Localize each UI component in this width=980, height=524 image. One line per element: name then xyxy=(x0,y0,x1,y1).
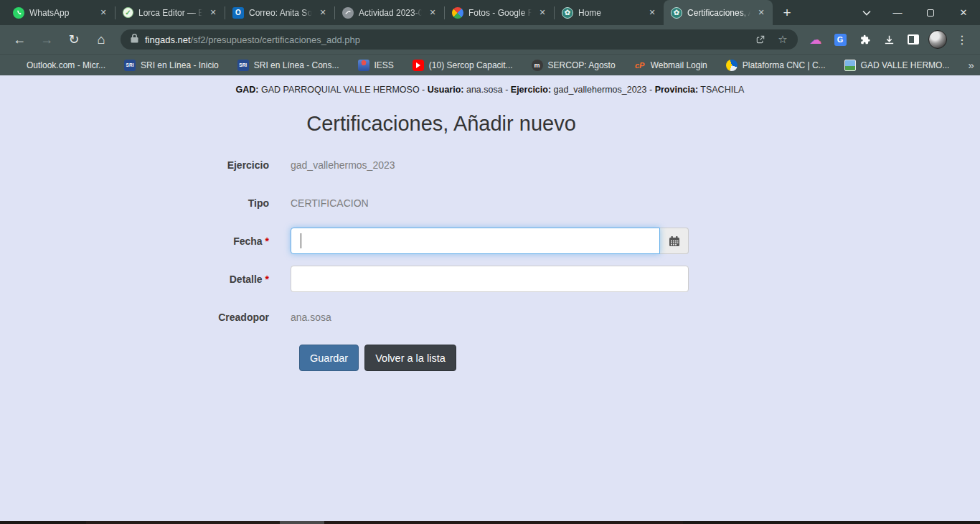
tab-whatsapp[interactable]: WhatsApp ✕ xyxy=(6,0,115,25)
tab-title: Actividad 2023-0 xyxy=(359,8,422,18)
fecha-label: Fecha * xyxy=(194,235,269,247)
page-content: GAD: GAD PARROQUIAL VALLE HERMOSO - Usua… xyxy=(0,75,980,521)
url-text: fingads.net/sf2/presupuesto/certificacio… xyxy=(145,33,360,46)
tab-title: Fotos - Google F xyxy=(468,8,532,18)
close-tab-icon[interactable]: ✕ xyxy=(427,7,438,19)
close-tab-icon[interactable]: ✕ xyxy=(317,7,329,19)
bookmark-iess[interactable]: IESS xyxy=(358,60,394,71)
maximize-button[interactable] xyxy=(914,0,947,25)
extensions-puzzle-icon[interactable] xyxy=(854,29,875,50)
url-path: /sf2/presupuesto/certificaciones_add.php xyxy=(191,34,360,45)
tab-title: Correo: Anita Sos xyxy=(249,8,312,18)
bookmark-sri-consultas[interactable]: SRI SRI en Línea - Cons... xyxy=(237,60,339,71)
form-row-fecha: Fecha * xyxy=(194,228,689,254)
site-context-header: GAD: GAD PARROQUIAL VALLE HERMOSO - Usua… xyxy=(0,85,980,95)
form-row-detalle: Detalle * xyxy=(194,266,689,292)
back-icon[interactable]: ← xyxy=(7,27,32,52)
tab-title: WhatsApp xyxy=(29,8,93,18)
bookmark-gad-valle-hermoso[interactable]: GAD VALLE HERMO... xyxy=(844,60,950,71)
bookmark-webmail[interactable]: cP Webmail Login xyxy=(634,60,707,71)
profile-avatar[interactable] xyxy=(927,29,948,50)
tipo-value: CERTIFICACION xyxy=(291,197,689,209)
bookmarks-bar: Outlook.com - Micr... SRI SRI en Línea -… xyxy=(0,54,980,75)
page-title: Certificaciones, Añadir nuevo xyxy=(194,112,689,136)
required-asterisk: * xyxy=(265,235,269,247)
lorca-check-icon: ✓ xyxy=(123,7,133,18)
bookmark-sercop-youtube[interactable]: (10) Sercop Capacit... xyxy=(413,60,513,71)
forward-icon[interactable]: → xyxy=(34,27,59,52)
home-icon[interactable]: ⌂ xyxy=(89,27,113,52)
guardar-button[interactable]: Guardar xyxy=(299,345,359,371)
downloads-icon[interactable] xyxy=(878,29,900,50)
close-tab-icon[interactable]: ✕ xyxy=(537,7,548,19)
bookmark-outlook[interactable]: Outlook.com - Micr... xyxy=(10,60,105,71)
volver-a-la-lista-button[interactable]: Volver a la lista xyxy=(364,345,456,371)
text-caret xyxy=(301,233,301,248)
url-domain: fingads.net xyxy=(145,34,191,45)
sri-icon: SRI xyxy=(124,60,136,71)
youtube-icon xyxy=(413,60,424,71)
fingads-logo-icon: ✿ xyxy=(562,7,573,19)
bookmark-plataforma-cnc[interactable]: Plataforma CNC | C... xyxy=(726,60,826,71)
sercop-m-icon: m xyxy=(532,60,543,71)
form-row-ejercicio: Ejercicio gad_vallehermos_2023 xyxy=(194,151,689,178)
tab-actividad[interactable]: Actividad 2023-0 ✕ xyxy=(335,0,444,25)
tab-home[interactable]: ✿ Home ✕ xyxy=(555,0,664,25)
fingads-logo-icon: ✿ xyxy=(671,7,682,19)
outlook-icon: O xyxy=(232,7,244,19)
translate-extension-icon[interactable]: G xyxy=(829,29,851,50)
bookmarks-overflow-icon[interactable]: » xyxy=(968,59,974,71)
new-tab-button[interactable]: + xyxy=(777,3,797,23)
browser-tab-strip: WhatsApp ✕ ✓ Lorca Editor — El ✕ O Corre… xyxy=(0,0,980,25)
sri-icon: SRI xyxy=(237,60,249,71)
fecha-input[interactable] xyxy=(291,228,660,254)
gad-emblem-icon xyxy=(844,60,856,71)
tipo-label: Tipo xyxy=(194,197,269,209)
share-icon[interactable] xyxy=(753,32,768,47)
window-close-button[interactable]: ✕ xyxy=(947,0,980,25)
detalle-input[interactable] xyxy=(291,266,689,292)
maximize-icon xyxy=(927,9,934,17)
side-panel-icon[interactable] xyxy=(903,29,924,50)
detalle-label: Detalle * xyxy=(194,273,269,285)
whatsapp-icon xyxy=(13,7,24,19)
address-bar[interactable]: fingads.net/sf2/presupuesto/certificacio… xyxy=(121,29,798,50)
calendar-icon xyxy=(669,235,680,247)
lock-icon xyxy=(131,33,138,46)
certification-form: Ejercicio gad_vallehermos_2023 Tipo CERT… xyxy=(194,151,689,371)
tab-title: Lorca Editor — El xyxy=(138,8,202,18)
bookmark-sri-inicio[interactable]: SRI SRI en Línea - Inicio xyxy=(124,60,219,71)
form-actions: Guardar Volver a la lista xyxy=(299,345,689,371)
iess-icon xyxy=(358,60,369,71)
tab-search-chevron-icon[interactable] xyxy=(852,0,881,25)
ejercicio-value: gad_vallehermos_2023 xyxy=(291,159,689,171)
calendar-button[interactable] xyxy=(660,228,689,254)
tab-lorca-editor[interactable]: ✓ Lorca Editor — El ✕ xyxy=(116,0,225,25)
tab-correo[interactable]: O Correo: Anita Sos ✕ xyxy=(225,0,334,25)
tab-title: Home xyxy=(578,8,641,18)
close-tab-icon[interactable]: ✕ xyxy=(646,7,658,19)
form-row-tipo: Tipo CERTIFICACION xyxy=(194,190,689,216)
required-asterisk: * xyxy=(265,273,269,285)
ejercicio-label: Ejercicio xyxy=(194,159,269,171)
google-photos-icon xyxy=(452,7,463,19)
reload-icon[interactable]: ↻ xyxy=(62,27,86,52)
tab-fotos[interactable]: Fotos - Google F ✕ xyxy=(445,0,554,25)
theme-cloud-extension-icon[interactable]: ☁ xyxy=(805,29,826,50)
creadopor-label: Creadopor xyxy=(194,312,269,323)
minimize-button[interactable]: — xyxy=(881,0,914,25)
close-tab-icon[interactable]: ✕ xyxy=(207,7,219,19)
tab-certificaciones-active[interactable]: ✿ Certificaciones, A ✕ xyxy=(664,0,773,25)
tab-title: Certificaciones, A xyxy=(687,8,750,18)
creadopor-value: ana.sosa xyxy=(291,312,689,323)
close-tab-icon[interactable]: ✕ xyxy=(755,7,767,19)
close-tab-icon[interactable]: ✕ xyxy=(98,7,109,19)
cpanel-icon: cP xyxy=(634,60,646,71)
form-row-creadopor: Creadopor ana.sosa xyxy=(194,304,689,330)
bookmark-star-icon[interactable]: ☆ xyxy=(775,32,791,47)
microsoft-icon xyxy=(10,60,22,71)
cnc-icon xyxy=(726,60,738,71)
chrome-menu-kebab-icon[interactable]: ⋮ xyxy=(951,29,973,50)
bookmark-sercop-agosto[interactable]: m SERCOP: Agosto xyxy=(532,60,616,71)
activity-globe-icon xyxy=(342,7,354,19)
